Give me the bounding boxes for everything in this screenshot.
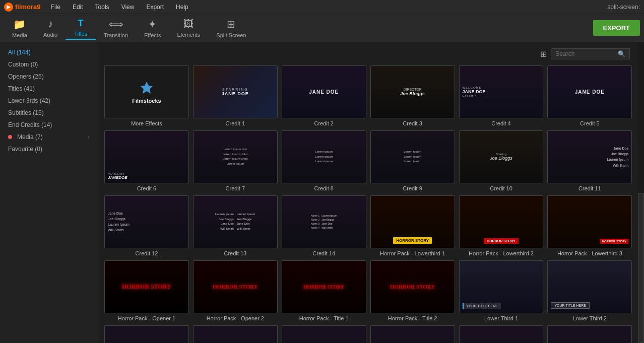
sidebar-item-media[interactable]: Media (7) › bbox=[0, 131, 98, 143]
menu-file[interactable]: File bbox=[49, 3, 62, 12]
split-screen-icon: ⊞ bbox=[227, 18, 235, 30]
sidebar-item-lower3rds[interactable]: Lower 3rds (42) bbox=[0, 95, 98, 107]
credit-12-label: Credit 12 bbox=[104, 250, 189, 256]
sidebar-titles-label: Titles (41) bbox=[8, 85, 35, 92]
grid-item-horror-opener-1[interactable]: HORROR STORY Horror Pack - Opener 1 bbox=[104, 260, 189, 321]
more-effects-thumb: Filmstocks bbox=[104, 65, 189, 118]
grid-item-credit-12[interactable]: Jane DoeJoe BloggsLauren IpsumWill Smith… bbox=[104, 195, 189, 256]
lower-third-2-label: Lower Third 2 bbox=[547, 315, 632, 321]
credit-11-thumb: Jane DoeJoe BloggsLauren IpsumWill Smith bbox=[547, 130, 632, 183]
grid-item-credit-13[interactable]: Lauren IpsumJoe BloggsJane DoeWill Smith… bbox=[193, 195, 278, 256]
credit-5-label: Credit 5 bbox=[547, 120, 632, 126]
lower-third-1-label: Lower Third 1 bbox=[459, 315, 544, 321]
sidebar-item-openers[interactable]: Openers (25) bbox=[0, 71, 98, 83]
media-icon: 📁 bbox=[13, 18, 26, 30]
grid-item-credit-6[interactable]: PLAYED BY JANEDOE Credit 6 bbox=[104, 130, 189, 191]
grid-item-horror-title-1[interactable]: HORROR STORY Horror Pack - Title 1 bbox=[282, 260, 366, 321]
grid-item-credit-9[interactable]: Lorem ipsumLorem ipsumLorem ipsum Credit… bbox=[370, 130, 455, 191]
grid-item-credit-3[interactable]: DIRECTOR Joe Bloggs Credit 3 bbox=[370, 65, 455, 126]
credit-14-label: Credit 14 bbox=[282, 250, 366, 256]
toolbar-transition-label: Transition bbox=[104, 32, 128, 38]
credit-4-thumb: WELCOME JANE DOE Credit 4 bbox=[459, 65, 544, 118]
split-screen-label: split-screen: bbox=[607, 4, 640, 11]
toolbar-elements-label: Elements bbox=[177, 32, 200, 38]
toolbar-audio[interactable]: ♪ Audio bbox=[35, 16, 66, 40]
sidebar-item-favourite[interactable]: Favourite (0) bbox=[0, 143, 98, 155]
effects-icon: ✦ bbox=[148, 18, 157, 30]
item-25-thumb bbox=[104, 325, 189, 343]
search-input[interactable] bbox=[555, 50, 616, 57]
credit-10-label: Credit 10 bbox=[459, 185, 544, 191]
grid-item-horror-title-2[interactable]: HORROR STORY Horror Pack - Title 2 bbox=[370, 260, 455, 321]
sidebar-collapse-button[interactable]: ‹ bbox=[638, 193, 644, 344]
svg-marker-0 bbox=[141, 82, 153, 94]
horror-opener-1-thumb: HORROR STORY bbox=[104, 260, 189, 313]
grid-item-horror-lower-2[interactable]: HORROR STORY Horror Pack - Lowerthird 2 bbox=[459, 195, 544, 256]
grid-item-lower-third-1[interactable]: YOUR TITLE HERE Lower Third 1 bbox=[459, 260, 544, 321]
toolbar-transition[interactable]: ⟺ Transition bbox=[96, 16, 136, 40]
sidebar-item-endcredits[interactable]: End Credits (14) bbox=[0, 119, 98, 131]
export-button[interactable]: EXPORT bbox=[593, 20, 640, 36]
menu-view[interactable]: View bbox=[119, 3, 137, 12]
titles-icon: T bbox=[78, 18, 84, 29]
main-layout: All (144) Custom (0) Openers (25) Titles… bbox=[0, 42, 644, 343]
toolbar-split-screen[interactable]: ⊞ Split Screen bbox=[208, 16, 254, 40]
grid-item-horror-lower-1[interactable]: HORROR STORY Horror Pack - Lowerthird 1 bbox=[370, 195, 455, 256]
content-area: ⊞ 🔍 Filmstocks More Effects bbox=[98, 42, 638, 343]
grid-item-27[interactable] bbox=[282, 325, 366, 343]
grid-item-credit-8[interactable]: Lorem ipsumLorem ipsumLorem ipsum Credit… bbox=[282, 130, 366, 191]
credit-9-label: Credit 9 bbox=[370, 185, 455, 191]
credit-1-thumb: STARRING JANE DOE bbox=[193, 65, 278, 118]
transition-icon: ⟺ bbox=[109, 18, 123, 30]
grid-item-lower-third-2[interactable]: YOUR TITLE HERE Lower Third 2 bbox=[547, 260, 632, 321]
logo-icon: ▶ bbox=[4, 3, 13, 12]
grid-item-26[interactable] bbox=[193, 325, 278, 343]
grid-item-horror-lower-3[interactable]: HORROR STORY Horror Pack - Lowerthird 3 bbox=[547, 195, 632, 256]
credit-14-thumb: Name 1Name 2Name 3Name 4 Lauren IpsumJoe… bbox=[282, 195, 366, 248]
grid-item-credit-1[interactable]: STARRING JANE DOE Credit 1 bbox=[193, 65, 278, 126]
credit-13-thumb: Lauren IpsumJoe BloggsJane DoeWill Smith… bbox=[193, 195, 278, 248]
grid-view-icon[interactable]: ⊞ bbox=[540, 49, 547, 59]
app-logo: ▶ filmora9 bbox=[4, 3, 41, 12]
horror-lower-3-thumb: HORROR STORY bbox=[547, 195, 632, 248]
toolbar-media[interactable]: 📁 Media bbox=[4, 16, 35, 40]
grid-item-credit-4[interactable]: WELCOME JANE DOE Credit 4 Credit 4 bbox=[459, 65, 544, 126]
grid-item-credit-5[interactable]: JANE DOE Credit 5 bbox=[547, 65, 632, 126]
sidebar-item-all[interactable]: All (144) bbox=[0, 46, 98, 58]
grid-item-horror-opener-2[interactable]: HORROR STORY Horror Pack - Opener 2 bbox=[193, 260, 278, 321]
grid-item-credit-7[interactable]: Lorem ipsum textLorem ipsum dolorLorem i… bbox=[193, 130, 278, 191]
grid-item-29[interactable] bbox=[459, 325, 544, 343]
grid-item-credit-10[interactable]: Starring Joe Bloggs Credit 10 bbox=[459, 130, 544, 191]
credit-8-label: Credit 8 bbox=[282, 185, 366, 191]
grid-item-30[interactable] bbox=[547, 325, 632, 343]
grid-item-credit-2[interactable]: JANE DOE Credit 2 bbox=[282, 65, 366, 126]
menu-export[interactable]: Export bbox=[144, 3, 166, 12]
sidebar: All (144) Custom (0) Openers (25) Titles… bbox=[0, 42, 98, 343]
item-29-thumb bbox=[459, 325, 544, 343]
horror-lower-1-thumb: HORROR STORY bbox=[370, 195, 455, 248]
sidebar-item-titles[interactable]: Titles (41) bbox=[0, 83, 98, 95]
toolbar-elements[interactable]: 🖼 Elements bbox=[169, 16, 208, 40]
content-grid: Filmstocks More Effects STARRING JANE DO… bbox=[102, 63, 634, 343]
grid-item-more-effects[interactable]: Filmstocks More Effects bbox=[104, 65, 189, 126]
grid-item-25[interactable] bbox=[104, 325, 189, 343]
menu-edit[interactable]: Edit bbox=[71, 3, 85, 12]
sidebar-all-label: All (144) bbox=[8, 49, 31, 56]
grid-item-credit-14[interactable]: Name 1Name 2Name 3Name 4 Lauren IpsumJoe… bbox=[282, 195, 366, 256]
grid-item-28[interactable] bbox=[370, 325, 455, 343]
menu-tools[interactable]: Tools bbox=[93, 3, 111, 12]
menu-help[interactable]: Help bbox=[174, 3, 190, 12]
horror-title-1-label: Horror Pack - Title 1 bbox=[282, 315, 366, 321]
toolbar-titles[interactable]: T Titles bbox=[66, 16, 96, 40]
search-box[interactable]: 🔍 bbox=[551, 48, 630, 59]
horror-title-2-thumb: HORROR STORY bbox=[370, 260, 455, 313]
lower-third-1-thumb: YOUR TITLE HERE bbox=[459, 260, 544, 313]
grid-item-credit-11[interactable]: Jane DoeJoe BloggsLauren IpsumWill Smith… bbox=[547, 130, 632, 191]
sidebar-item-custom[interactable]: Custom (0) bbox=[0, 58, 98, 71]
sidebar-item-subtitles[interactable]: Subtitles (15) bbox=[0, 107, 98, 119]
credit-4-label: Credit 4 bbox=[459, 120, 544, 126]
credit-12-thumb: Jane DoeJoe BloggsLauren IpsumWill Smith bbox=[104, 195, 189, 248]
horror-lower-1-label: Horror Pack - Lowerthird 1 bbox=[370, 250, 455, 256]
toolbar-effects[interactable]: ✦ Effects bbox=[136, 16, 169, 40]
horror-opener-1-label: Horror Pack - Opener 1 bbox=[104, 315, 189, 321]
